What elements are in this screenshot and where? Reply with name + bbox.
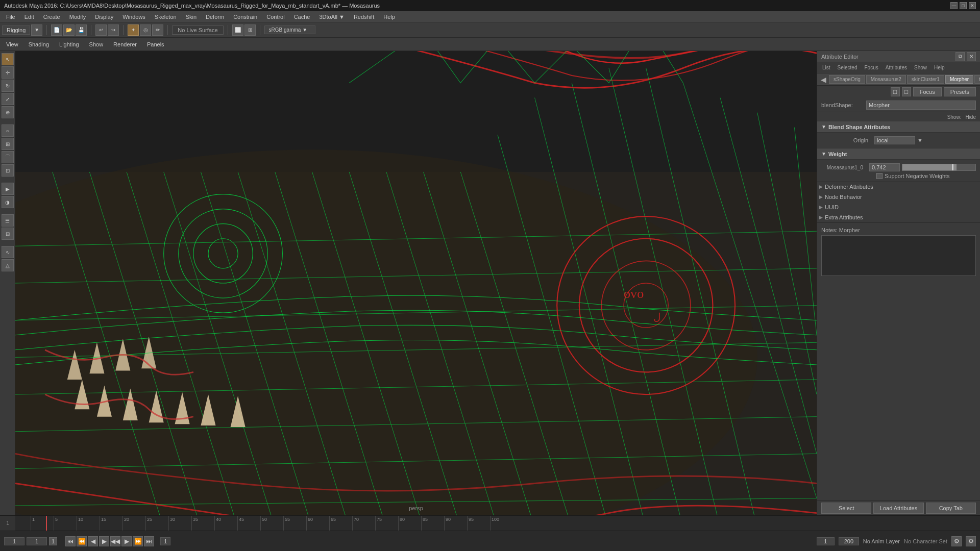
tab-prev-arrow[interactable]: ◀	[819, 76, 828, 84]
redo-button[interactable]: ↪	[108, 24, 119, 36]
menu-skin[interactable]: Skin	[182, 13, 201, 21]
open-button[interactable]: 📂	[63, 24, 75, 36]
paint-tool[interactable]: ✏	[152, 24, 163, 36]
view-menu[interactable]: View	[2, 40, 22, 48]
presets-button[interactable]: Presets	[944, 87, 976, 96]
play-reverse-button[interactable]: ◀◀	[110, 536, 120, 546]
universal-tool-button[interactable]: ⊕	[2, 106, 14, 118]
nav-help[interactable]: Help	[931, 64, 948, 71]
rotate-tool-button[interactable]: ↻	[2, 80, 14, 92]
tab-mosasaurus2[interactable]: Mosasaurus2	[866, 75, 906, 84]
menu-file[interactable]: File	[2, 13, 19, 21]
soft-select-button[interactable]: ○	[2, 124, 14, 137]
current-frame-display[interactable]: 1	[160, 537, 170, 545]
origin-dropdown[interactable]: local	[874, 136, 915, 144]
timeline-ruler[interactable]: 1 5 10 15 20 25 30 35 40 45 50 55 60 65 …	[31, 516, 980, 531]
menu-display[interactable]: Display	[91, 13, 117, 21]
renderer-menu[interactable]: Renderer	[109, 40, 141, 48]
menu-control[interactable]: Control	[262, 13, 288, 21]
preset-dropdown[interactable]: ▼	[31, 24, 42, 36]
range-end-input[interactable]	[839, 537, 859, 545]
menu-constrain[interactable]: Constrain	[229, 13, 261, 21]
scale-tool-button[interactable]: ⤢	[2, 93, 14, 105]
snap-point-button[interactable]: ⊡	[2, 164, 14, 177]
support-negative-weights-checkbox[interactable]	[876, 173, 883, 179]
shading-menu[interactable]: Shading	[24, 40, 53, 48]
nav-selected[interactable]: Selected	[835, 64, 861, 71]
skip-end-button[interactable]: ⏭	[144, 536, 154, 546]
attr-float-button[interactable]: ⧉	[955, 52, 965, 61]
nav-show[interactable]: Show	[911, 64, 930, 71]
poly-tool-button[interactable]: △	[2, 259, 14, 271]
char-set-button[interactable]: ⚙	[966, 536, 976, 546]
extra-attributes-section-header[interactable]: ▶ Extra Attributes	[817, 212, 980, 222]
anim-settings-button[interactable]: ⚙	[951, 536, 962, 546]
lasso-tool[interactable]: ◎	[140, 24, 151, 36]
ipr-button[interactable]: ◑	[2, 196, 14, 208]
attr-close-button[interactable]: ✕	[967, 52, 976, 61]
step-forward-button[interactable]: ▶	[121, 536, 132, 546]
maximize-button[interactable]: □	[960, 2, 967, 9]
show-hide-button[interactable]: ☰	[2, 214, 14, 227]
menu-cache[interactable]: Cache	[290, 13, 314, 21]
curve-tool-button[interactable]: ∿	[2, 246, 14, 258]
select-tool[interactable]: ✦	[128, 24, 139, 36]
skip-start-button[interactable]: ⏮	[65, 536, 76, 546]
menu-create[interactable]: Create	[39, 13, 64, 21]
current-frame-input[interactable]	[4, 537, 24, 545]
save-button[interactable]: 💾	[76, 24, 87, 36]
blendshape-input[interactable]	[866, 101, 976, 110]
new-button[interactable]: 📄	[51, 24, 62, 36]
focus-button[interactable]: Focus	[913, 87, 942, 96]
range-start-input[interactable]	[817, 537, 835, 545]
single-view-button[interactable]: ⬜	[232, 24, 243, 36]
mosasaurus-weight-value[interactable]: 0.742	[869, 163, 900, 171]
move-tool-button[interactable]: ✛	[2, 66, 14, 79]
lighting-menu[interactable]: Lighting	[55, 40, 83, 48]
tab-skincluster1[interactable]: skinCluster1	[907, 75, 944, 84]
undo-button[interactable]: ↩	[95, 24, 107, 36]
display-layer-button[interactable]: ⊟	[2, 228, 14, 240]
step-back-button[interactable]: ◀	[88, 536, 98, 546]
next-keyframe-button[interactable]: ⏩	[133, 536, 143, 546]
menu-skeleton[interactable]: Skeleton	[151, 13, 181, 21]
prev-keyframe-button[interactable]: ⏪	[77, 536, 87, 546]
copy-tab-button[interactable]: Copy Tab	[926, 503, 976, 514]
play-button[interactable]: ▶	[99, 536, 109, 546]
node-behavior-section-header[interactable]: ▶ Node Behavior	[817, 192, 980, 202]
uuid-section-header[interactable]: ▶ UUID	[817, 202, 980, 212]
nav-attributes[interactable]: Attributes	[883, 64, 910, 71]
menu-edit[interactable]: Edit	[20, 13, 38, 21]
bookmark-button[interactable]: ☐	[902, 87, 911, 96]
close-button[interactable]: ✕	[969, 2, 976, 9]
rigging-preset[interactable]: Rigging	[2, 26, 30, 35]
nav-focus[interactable]: Focus	[861, 64, 881, 71]
show-menu[interactable]: Show	[85, 40, 108, 48]
window-controls[interactable]: — □ ✕	[950, 2, 976, 9]
menu-help[interactable]: Help	[379, 13, 399, 21]
nav-list[interactable]: List	[819, 64, 834, 71]
mosasaurus-weight-slider[interactable]	[902, 164, 976, 171]
select-mode-button[interactable]: ↖	[2, 53, 14, 65]
pin-button[interactable]: ☐	[891, 87, 900, 96]
tab-morpher[interactable]: Morpher	[945, 75, 973, 84]
snap-curve-button[interactable]: ⌒	[2, 151, 14, 163]
origin-dropdown-arrow[interactable]: ▼	[917, 137, 923, 143]
menu-modify[interactable]: Modify	[65, 13, 90, 21]
menu-3dtoall[interactable]: 3DtoAll ▼	[315, 13, 348, 21]
render-button[interactable]: ▶	[2, 183, 14, 195]
select-button[interactable]: Select	[821, 503, 871, 514]
frame-3-input[interactable]: 1	[49, 537, 57, 545]
blend-shape-section-header[interactable]: ▼ Blend Shape Attributes	[817, 121, 980, 133]
menu-deform[interactable]: Deform	[202, 13, 228, 21]
tab-tweak1[interactable]: tweak1	[974, 75, 980, 84]
frame-input-2[interactable]	[27, 537, 47, 545]
hide-button[interactable]: Hide	[965, 114, 976, 120]
tab-sshapeorig[interactable]: sShapeOrig	[829, 75, 865, 84]
load-attributes-button[interactable]: Load Attributes	[873, 503, 923, 514]
panels-menu[interactable]: Panels	[143, 40, 168, 48]
viewport[interactable]: ovo ل	[15, 51, 817, 515]
quad-view-button[interactable]: ⊞	[244, 24, 256, 36]
deformer-section-header[interactable]: ▶ Deformer Attributes	[817, 182, 980, 192]
weight-section-header[interactable]: ▼ Weight	[817, 148, 980, 160]
